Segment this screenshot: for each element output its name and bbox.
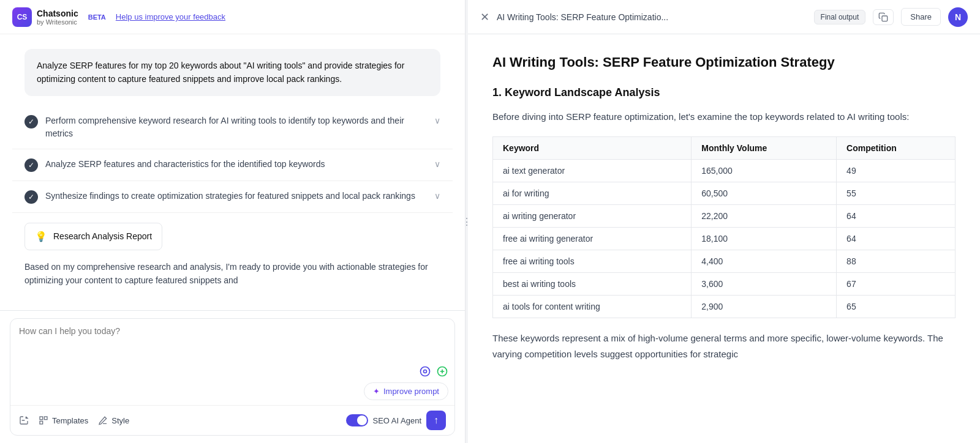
table-row: best ai writing tools3,60067 [493, 273, 956, 296]
seo-toggle-label: SEO AI Agent [373, 416, 422, 425]
task-chevron-1[interactable]: ∨ [434, 116, 440, 125]
task-check-1: ✓ [24, 115, 38, 128]
chat-input[interactable] [19, 326, 446, 353]
svg-point-0 [421, 367, 430, 376]
user-avatar: N [948, 7, 968, 27]
svg-rect-5 [44, 417, 47, 420]
top-bar: CS Chatsonic by Writesonic BETA Help us … [0, 0, 465, 34]
close-button[interactable]: ✕ [480, 10, 489, 24]
doc-heading: AI Writing Tools: SERP Feature Optimizat… [492, 54, 956, 72]
right-content: AI Writing Tools: SERP Feature Optimizat… [468, 34, 980, 443]
input-icons-row [10, 363, 454, 380]
input-area: ✦ Improve prompt Templates Style [0, 310, 465, 443]
col-header-volume: Monthly Volume [692, 137, 837, 160]
chat-area: Analyze SERP features for my top 20 keyw… [0, 34, 465, 310]
textarea-row [10, 319, 454, 363]
beta-badge: BETA [88, 13, 106, 21]
input-box: ✦ Improve prompt Templates Style [10, 318, 455, 436]
report-card-label: Research Analysis Report [53, 231, 152, 241]
svg-rect-7 [882, 16, 888, 21]
task-item-1: ✓ Perform comprehensive keyword research… [12, 106, 453, 149]
table-row: ai writing generator22,20064 [493, 205, 956, 228]
panel-divider[interactable] [466, 0, 468, 443]
right-panel: ✕ AI Writing Tools: SERP Feature Optimiz… [468, 0, 980, 443]
feedback-link[interactable]: Help us improve your feedback [116, 12, 225, 21]
table-row: ai text generator165,00049 [493, 160, 956, 182]
grammar-icon-btn[interactable] [436, 365, 448, 378]
improve-prompt-button[interactable]: ✦ Improve prompt [364, 382, 448, 400]
doc-title: AI Writing Tools: SERP Feature Optimizat… [497, 12, 807, 22]
send-button[interactable]: ↑ [426, 411, 446, 430]
task-check-2: ✓ [24, 158, 38, 172]
task-text-2: Analyze SERP features and characteristic… [45, 158, 427, 171]
table-row: free ai writing generator18,10064 [493, 228, 956, 250]
task-list: ✓ Perform comprehensive keyword research… [12, 106, 453, 213]
logo-icon: CS [12, 7, 32, 27]
improve-row: ✦ Improve prompt [10, 380, 454, 405]
report-card: 💡 Research Analysis Report [24, 223, 162, 250]
share-button[interactable]: Share [901, 8, 941, 26]
attachment-button[interactable] [19, 415, 29, 425]
toggle-knob [357, 415, 367, 425]
task-check-3: ✓ [24, 190, 38, 204]
table-row: ai tools for content writing2,90065 [493, 296, 956, 318]
analysis-text: Based on my comprehensive research and a… [12, 260, 453, 288]
input-toolbar: Templates Style SEO AI Agent ↑ [10, 405, 454, 435]
outro-text: These keywords represent a mix of high-v… [492, 330, 956, 362]
logo-area: CS Chatsonic by Writesonic [12, 7, 78, 27]
user-message: Analyze SERP features for my top 20 keyw… [24, 49, 440, 96]
task-text-3: Synthesize findings to create optimizati… [45, 190, 427, 203]
app-sub: by Writesonic [37, 18, 78, 26]
svg-rect-4 [40, 417, 43, 420]
table-row: free ai writing tools4,40088 [493, 250, 956, 273]
seo-toggle[interactable] [346, 414, 368, 426]
logo-text: Chatsonic by Writesonic [37, 9, 78, 26]
task-chevron-2[interactable]: ∨ [434, 159, 440, 169]
left-panel: CS Chatsonic by Writesonic BETA Help us … [0, 0, 466, 443]
toolbar-left: Templates Style [19, 415, 129, 425]
copy-button[interactable] [873, 9, 894, 25]
style-button[interactable]: Style [98, 415, 129, 425]
location-icon-btn[interactable] [419, 365, 431, 378]
sparkle-icon: ✦ [373, 387, 380, 396]
keyword-table: Keyword Monthly Volume Competition ai te… [492, 136, 956, 318]
right-top-bar: ✕ AI Writing Tools: SERP Feature Optimiz… [468, 0, 980, 34]
col-header-keyword: Keyword [493, 137, 692, 160]
templates-button[interactable]: Templates [39, 415, 88, 425]
task-chevron-3[interactable]: ∨ [434, 191, 440, 201]
task-item-3: ✓ Synthesize findings to create optimiza… [12, 181, 453, 213]
bulb-icon: 💡 [35, 231, 47, 242]
svg-rect-6 [40, 421, 43, 424]
task-text-1: Perform comprehensive keyword research f… [45, 114, 427, 140]
table-row: ai for writing60,50055 [493, 182, 956, 205]
svg-point-1 [424, 370, 427, 373]
section1-heading: 1. Keyword Landscape Analysis [492, 86, 956, 99]
intro-text: Before diving into SERP feature optimiza… [492, 109, 956, 125]
task-item-2: ✓ Analyze SERP features and characterist… [12, 149, 453, 181]
seo-toggle-area: SEO AI Agent ↑ [346, 411, 447, 430]
col-header-competition: Competition [837, 137, 956, 160]
final-output-badge: Final output [814, 10, 866, 24]
app-name: Chatsonic [37, 9, 78, 18]
